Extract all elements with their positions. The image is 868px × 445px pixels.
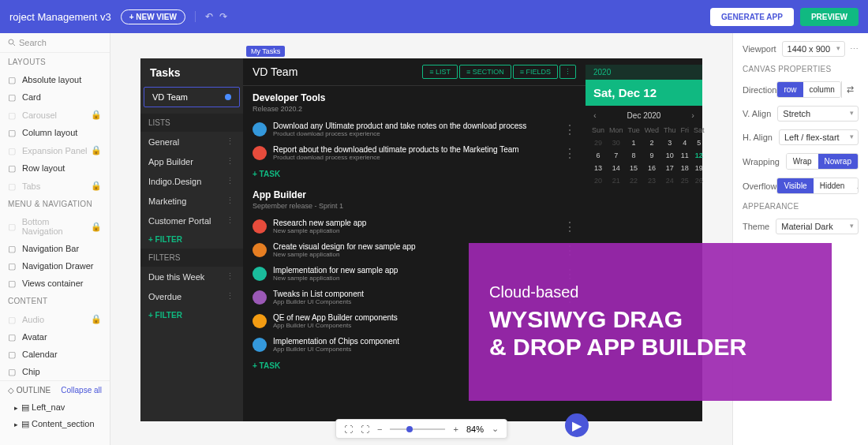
outline-item[interactable]: ▸▤ Left_nav xyxy=(0,399,110,416)
cal-day[interactable]: 12 xyxy=(692,150,706,161)
panel-item[interactable]: ▢Card xyxy=(0,88,110,106)
panel-item[interactable]: ▢Calendar xyxy=(0,346,110,363)
direction-row-button[interactable]: row xyxy=(777,82,803,97)
list-item[interactable]: App Builder⋮ xyxy=(140,151,243,171)
panel-item[interactable]: ▢Navigation Drawer xyxy=(0,257,110,275)
view-more-icon[interactable]: ⋮ xyxy=(559,65,576,79)
preview-button[interactable]: PREVIEW xyxy=(800,8,859,26)
cal-day[interactable]: 6 xyxy=(590,150,606,161)
outline-item[interactable]: ▸▤ Content_section xyxy=(0,416,110,432)
overlay-subtitle: Cloud-based xyxy=(489,283,811,301)
overflow-hidden-button[interactable]: Hidden xyxy=(814,178,851,193)
theme-select[interactable]: Material Dark xyxy=(776,219,859,234)
more-icon[interactable]: ⋯ xyxy=(850,44,859,54)
canvas-tag[interactable]: My Tasks xyxy=(246,46,285,57)
generate-app-button[interactable]: GENERATE APP xyxy=(710,8,794,26)
zoom-out-icon[interactable]: − xyxy=(377,424,382,434)
view-button-section[interactable]: ≡ SECTION xyxy=(459,65,511,79)
valign-select[interactable]: Stretch xyxy=(777,106,859,122)
more-icon[interactable]: ⋮ xyxy=(563,219,576,234)
cal-day[interactable]: 7 xyxy=(608,150,625,161)
list-item[interactable]: General⋮ xyxy=(140,132,243,151)
cal-day[interactable]: 15 xyxy=(627,163,642,174)
more-icon[interactable]: ⋮ xyxy=(226,196,235,206)
add-filter[interactable]: + FILTER xyxy=(140,306,243,324)
more-icon[interactable]: ⋮ xyxy=(226,136,235,147)
zoom-dropdown-icon[interactable]: ⌄ xyxy=(492,424,499,434)
cal-day[interactable]: 14 xyxy=(608,163,625,174)
cal-day[interactable]: 23 xyxy=(643,175,660,186)
cal-prev-icon[interactable]: ‹ xyxy=(593,110,597,120)
panel-item[interactable]: ▢Row layout xyxy=(0,159,110,177)
list-item[interactable]: Marketing⋮ xyxy=(140,191,243,211)
more-icon[interactable]: ⋮ xyxy=(226,291,235,301)
viewport-select[interactable]: 1440 x 900 xyxy=(782,41,845,57)
more-icon[interactable]: ⋮ xyxy=(226,271,235,282)
cal-day[interactable]: 30 xyxy=(608,137,625,148)
more-icon[interactable]: ⋮ xyxy=(226,156,235,166)
filter-item[interactable]: Overdue⋮ xyxy=(140,286,243,306)
task-row[interactable]: Research new sample appNew sample applic… xyxy=(243,215,586,238)
cal-day[interactable]: 24 xyxy=(662,175,678,186)
cal-day[interactable]: 18 xyxy=(679,163,691,174)
cal-day[interactable]: 26 xyxy=(692,175,706,186)
redo-icon[interactable]: ↷ xyxy=(219,11,227,22)
cal-day[interactable]: 10 xyxy=(662,150,678,161)
halign-select[interactable]: Left / flex-start xyxy=(779,129,859,145)
panel-item[interactable]: ▢Avatar xyxy=(0,328,110,346)
panel-item[interactable]: ▢Views container xyxy=(0,275,110,292)
panel-item[interactable]: ▢Column layout xyxy=(0,124,110,141)
view-button-list[interactable]: ≡ LIST xyxy=(422,65,458,79)
swap-icon[interactable]: ⇄ xyxy=(841,81,859,98)
cal-day[interactable]: 29 xyxy=(590,137,606,148)
overflow-visible-button[interactable]: Visible xyxy=(777,178,813,193)
cal-day[interactable]: 5 xyxy=(692,137,706,148)
filter-item[interactable]: Due this Week⋮ xyxy=(140,267,243,286)
panel-item[interactable]: ▢Chip xyxy=(0,363,110,380)
cal-day[interactable]: 22 xyxy=(627,175,642,186)
add-task-g1[interactable]: + TASK xyxy=(243,165,586,183)
more-icon[interactable]: ⋮ xyxy=(563,146,576,161)
add-list-filter[interactable]: + FILTER xyxy=(140,230,243,249)
undo-icon[interactable]: ↶ xyxy=(205,11,213,22)
more-icon[interactable]: ⋮ xyxy=(226,215,235,226)
zoom-in-icon[interactable]: + xyxy=(453,424,458,434)
fit-icon[interactable]: ⛶ xyxy=(344,424,353,434)
cal-day[interactable]: 11 xyxy=(679,150,691,161)
search-input[interactable]: Search xyxy=(0,33,110,53)
panel-item[interactable]: ▢Navigation Bar xyxy=(0,240,110,257)
list-item[interactable]: Customer Portal⋮ xyxy=(140,211,243,230)
overflow-auto-button[interactable]: Auto xyxy=(851,178,859,193)
cal-day[interactable]: 4 xyxy=(679,137,691,148)
more-icon[interactable]: ⋮ xyxy=(563,122,576,137)
cal-day[interactable]: 8 xyxy=(627,150,642,161)
cal-day[interactable]: 2 xyxy=(643,137,660,148)
panel-item[interactable]: ▢Absolute layout xyxy=(0,71,110,88)
cal-next-icon[interactable]: › xyxy=(691,110,694,120)
task-row[interactable]: Download any Ultimate product and take n… xyxy=(243,118,586,141)
canvas-props-header: CANVAS PROPERTIES xyxy=(743,65,859,73)
cal-day[interactable]: 20 xyxy=(590,175,606,186)
direction-column-button[interactable]: column xyxy=(803,82,841,97)
cal-day[interactable]: 17 xyxy=(662,163,678,174)
cal-day[interactable]: 3 xyxy=(662,137,678,148)
new-view-button[interactable]: + NEW VIEW xyxy=(121,9,185,24)
wrap-button[interactable]: Wrap xyxy=(787,154,818,169)
zoom-slider[interactable] xyxy=(390,428,445,430)
cal-day[interactable]: 1 xyxy=(627,137,642,148)
cal-day[interactable]: 19 xyxy=(692,163,706,174)
cal-day[interactable]: 25 xyxy=(679,175,691,186)
play-button[interactable]: ▶ xyxy=(565,413,589,437)
view-button-fields[interactable]: ≡ FIELDS xyxy=(513,65,558,79)
cal-day[interactable]: 21 xyxy=(608,175,625,186)
nowrap-button[interactable]: Nowrap xyxy=(818,154,858,169)
cal-day[interactable]: 13 xyxy=(590,163,606,174)
fullscreen-icon[interactable]: ⛶ xyxy=(361,424,369,434)
more-icon[interactable]: ⋮ xyxy=(226,176,235,186)
task-row[interactable]: Report about the downloaded ultimate pro… xyxy=(243,141,586,165)
cal-day[interactable]: 9 xyxy=(643,150,660,161)
list-item[interactable]: Indigo.Design⋮ xyxy=(140,171,243,191)
collapse-all-link[interactable]: Collapse all xyxy=(61,386,102,395)
cal-day[interactable]: 16 xyxy=(643,163,660,174)
team-selector[interactable]: VD Team xyxy=(144,87,240,107)
